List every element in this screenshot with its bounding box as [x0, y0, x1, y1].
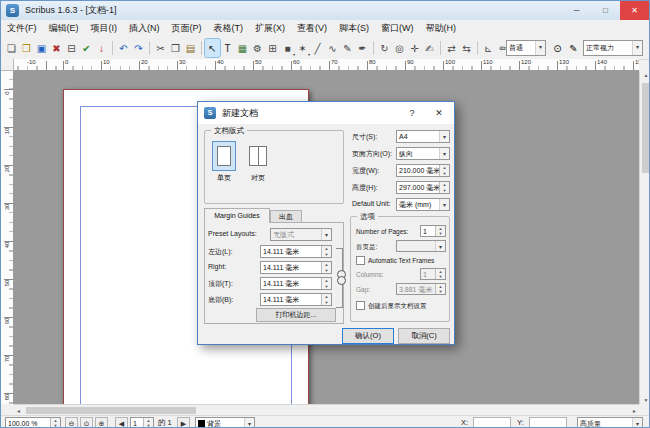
link-text-frames-tool[interactable]: ⇄ [444, 39, 459, 57]
story-editor-button[interactable]: ✍ [422, 39, 437, 57]
preflight-verifier-button[interactable]: ✔ [79, 39, 94, 57]
margin-right-spinbox[interactable]: 14.111 毫米 ▲▼ [260, 261, 332, 274]
visual-appearance-select[interactable]: 正常视力 ▾ [583, 40, 643, 56]
menu-item[interactable]: 表格(T) [208, 20, 250, 37]
spin-down-icon[interactable]: ▼ [322, 268, 331, 274]
zoom-tool[interactable]: ◎ [392, 39, 407, 57]
insert-image-frame-tool[interactable]: ▦ [235, 39, 250, 57]
vertical-scroll-thumb[interactable] [642, 83, 650, 173]
spin-down-icon[interactable]: ▼ [322, 284, 331, 290]
spin-buttons[interactable]: ▲▼ [321, 262, 331, 273]
margin-left-spinbox[interactable]: 14.111 毫米 ▲▼ [260, 245, 332, 258]
preset-layouts-select[interactable]: 无版式 ▾ [270, 228, 332, 241]
number-of-pages-spinbox[interactable]: 1 ▲▼ [420, 225, 446, 237]
zoom-in-button[interactable]: ⊕ [95, 417, 108, 428]
cut-button[interactable]: ✂ [153, 39, 168, 57]
vertical-scrollbar[interactable]: ▲ ▼ [639, 71, 650, 404]
insert-line-tool[interactable]: ╱ [310, 39, 325, 57]
spin-down-icon[interactable]: ▼ [436, 289, 445, 294]
layer-mode-select[interactable]: 普通 ▾ [506, 40, 546, 56]
spin-down-icon[interactable]: ▼ [322, 252, 331, 258]
layout-single-page[interactable]: 单页 [209, 141, 239, 187]
width-spinbox[interactable]: 210.000 毫米 ▲▼ [396, 164, 450, 177]
orientation-select[interactable]: 纵向 ▾ [396, 147, 450, 160]
preview-quality-select[interactable]: 高质量 ▾ [577, 417, 643, 428]
preview-mode-button[interactable]: ⊙ [550, 39, 565, 57]
insert-calligraphic-tool[interactable]: ✒ [355, 39, 370, 57]
open-document-button[interactable]: ❒ [19, 39, 34, 57]
vertical-ruler[interactable]: 01020304050607080 [1, 71, 14, 404]
copy-button[interactable]: ❐ [168, 39, 183, 57]
spin-buttons[interactable]: ▲▼ [439, 165, 449, 176]
cancel-button[interactable]: 取消(C) [398, 328, 450, 344]
menu-item[interactable]: 脚本(S) [333, 20, 375, 37]
insert-text-frame-tool[interactable]: T [220, 39, 235, 57]
menu-item[interactable]: 窗口(W) [375, 20, 420, 37]
columns-spinbox[interactable]: 1 ▲▼ [420, 268, 446, 280]
save-document-button[interactable]: ▣ [34, 39, 49, 57]
minimize-button[interactable]: ─ [562, 1, 591, 20]
export-pdf-button[interactable]: ↓ [94, 39, 109, 57]
margin-top-spinbox[interactable]: 14.111 毫米 ▲▼ [260, 277, 332, 290]
zoom-out-button[interactable]: ⊖ [65, 417, 78, 428]
edit-in-preview-button[interactable]: ✎ [566, 39, 581, 57]
select-item-tool[interactable]: ↖ [205, 39, 220, 57]
ok-button[interactable]: 确认(O) [342, 328, 394, 344]
edit-contents-tool[interactable]: ✛ [407, 39, 422, 57]
spin-down-icon[interactable]: ▼ [436, 274, 445, 279]
layer-select[interactable]: 背景 ▾ [195, 417, 255, 428]
menu-item[interactable]: 插入(N) [123, 20, 166, 37]
measurements-tool[interactable]: ⊾ [481, 39, 496, 57]
menu-item[interactable]: 扩展(X) [249, 20, 291, 37]
link-margins-icon[interactable] [336, 248, 343, 308]
horizontal-ruler[interactable]: -100102030405060708090100110120130140150 [14, 59, 639, 71]
next-page-button[interactable]: ▶ [177, 417, 190, 428]
horizontal-scroll-thumb[interactable] [26, 407, 196, 414]
dialog-close-button[interactable]: ✕ [424, 102, 454, 124]
spin-down-icon[interactable]: ▼ [436, 231, 445, 236]
insert-render-frame-tool[interactable]: ⚙ [250, 39, 265, 57]
redo-button[interactable]: ↷ [131, 39, 146, 57]
menu-item[interactable]: 文件(F) [1, 20, 43, 37]
spin-buttons[interactable]: ▲▼ [321, 278, 331, 289]
menu-item[interactable]: 项目(I) [85, 20, 124, 37]
spin-down-icon[interactable]: ▼ [144, 423, 153, 428]
spin-buttons[interactable]: ▲▼ [439, 182, 449, 193]
spin-buttons[interactable]: ▲▼ [321, 294, 331, 305]
default-unit-select[interactable]: 毫米 (mm) ▾ [396, 198, 450, 211]
zoom-spinbox[interactable]: 100.00 % ▲▼ [5, 417, 61, 428]
printer-margins-button[interactable]: 打印机边距... [256, 308, 336, 322]
scroll-down-icon[interactable]: ▼ [640, 397, 650, 403]
menu-item[interactable]: 编辑(E) [43, 20, 85, 37]
spin-buttons[interactable]: ▲▼ [143, 418, 153, 428]
size-select[interactable]: A4 ▾ [396, 130, 450, 143]
scroll-left-icon[interactable]: ◄ [16, 408, 21, 414]
unlink-text-frames-tool[interactable]: ⇆ [459, 39, 474, 57]
previous-page-button[interactable]: ◀ [115, 417, 128, 428]
scroll-right-icon[interactable]: ► [632, 408, 637, 414]
spin-buttons[interactable]: ▲▼ [50, 418, 60, 428]
dialog-help-button[interactable]: ? [400, 102, 424, 124]
spin-down-icon[interactable]: ▼ [440, 188, 449, 194]
margin-bottom-spinbox[interactable]: 14.111 毫米 ▲▼ [260, 293, 332, 306]
undo-button[interactable]: ↶ [116, 39, 131, 57]
horizontal-scrollbar[interactable]: ◄ ► [14, 404, 639, 415]
spin-buttons[interactable]: ▲▼ [321, 246, 331, 257]
layout-facing-pages[interactable]: 对页 [243, 141, 273, 187]
close-document-button[interactable]: ✖ [49, 39, 64, 57]
spin-down-icon[interactable]: ▼ [322, 300, 331, 306]
first-page-select[interactable]: ▾ [396, 240, 446, 252]
show-document-settings-checkbox[interactable] [356, 301, 365, 310]
spin-down-icon[interactable]: ▼ [440, 171, 449, 177]
gap-spinbox[interactable]: 3.881 毫米 ▲▼ [396, 283, 446, 295]
insert-table-tool[interactable]: ⊞ [265, 39, 280, 57]
menu-item[interactable]: 帮助(H) [420, 20, 463, 37]
insert-shape-tool[interactable]: ■▾ [280, 39, 295, 57]
insert-polygon-tool[interactable]: ✶▾ [295, 39, 310, 57]
rotate-item-tool[interactable]: ↻ [377, 39, 392, 57]
height-spinbox[interactable]: 297.000 毫米 ▲▼ [396, 181, 450, 194]
spin-buttons[interactable]: ▲▼ [435, 269, 445, 279]
paste-button[interactable]: ▤ [183, 39, 198, 57]
automatic-text-frames-checkbox[interactable] [356, 256, 365, 265]
maximize-button[interactable]: □ [591, 1, 620, 20]
